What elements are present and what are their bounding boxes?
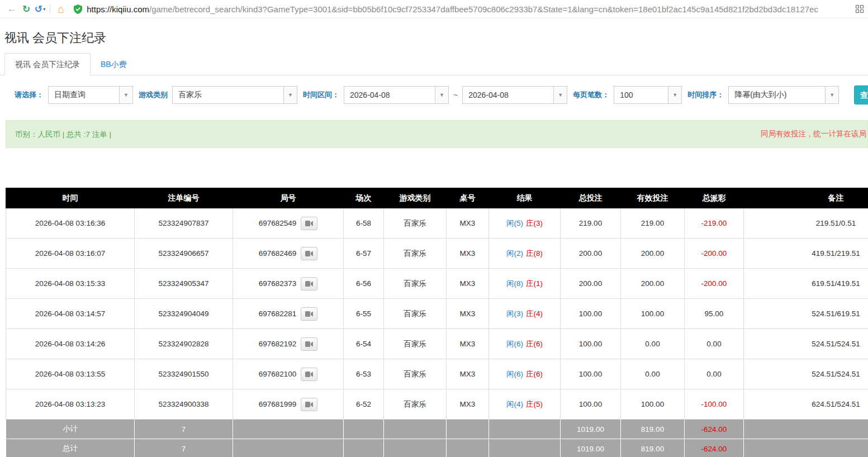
column-header: 局号 — [233, 188, 344, 208]
date-to-dropdown[interactable]: 2026-04-08 ▼ — [462, 86, 567, 104]
home-button[interactable]: ⌂ — [54, 3, 68, 16]
cell-game-type: 百家乐 — [384, 269, 447, 299]
footer-empty — [447, 439, 489, 457]
date-from-value: 2026-04-08 — [344, 91, 435, 99]
bet-record-row: 2026-04-08 03:13:55523324901550697682100… — [6, 359, 868, 389]
bet-records-table: 时间注单编号局号场次游戏类别桌号结果总投注有效投注总派彩备注 2026-04-0… — [6, 188, 868, 457]
filter-bar: 请选择： 日期查询 ▼ 游戏类别 百家乐 ▼ 时间区间： 2026-04-08 … — [0, 85, 868, 104]
cell-note: 419.51/219.51 — [744, 239, 868, 269]
column-header: 结果 — [489, 188, 561, 208]
cell-valid-bet: 219.00 — [621, 208, 685, 239]
column-header: 游戏类别 — [384, 188, 447, 208]
cell-table-no: MX3 — [447, 269, 489, 299]
cell-result: 闲(5)庄(3) — [489, 208, 561, 239]
bet-record-row: 2026-04-08 03:14:26523324902828697682192… — [6, 329, 868, 359]
cell-total-bet[interactable]: 200.00 — [561, 239, 621, 269]
time-sort-dropdown[interactable]: 降幂(由大到小) ▼ — [728, 86, 839, 104]
extensions-grid-icon[interactable] — [856, 5, 864, 13]
footer-valid-bet: 819.00 — [621, 420, 685, 439]
video-replay-button[interactable] — [301, 307, 317, 321]
cell-round-id: 697682100 — [233, 359, 344, 389]
tab-bar: 视讯 会员下注纪录 BB小费 — [0, 53, 868, 75]
cell-result: 闲(2)庄(8) — [489, 239, 561, 269]
cell-table-no: MX3 — [447, 208, 489, 239]
table-header-row: 时间注单编号局号场次游戏类别桌号结果总投注有效投注总派彩备注 — [6, 188, 868, 208]
footer-empty — [344, 439, 384, 457]
footer-empty — [233, 439, 344, 457]
footer-valid-bet: 819.00 — [621, 439, 685, 457]
query-mode-dropdown[interactable]: 日期查询 ▼ — [48, 86, 133, 104]
cell-round-id: 697682373 — [233, 269, 344, 299]
url-path: /game/betrecord_search/kind3?GameType=30… — [149, 4, 818, 14]
cell-valid-bet: 100.00 — [621, 299, 685, 329]
cell-time: 2026-04-08 03:15:33 — [6, 269, 135, 299]
cell-payout: 0.00 — [685, 359, 744, 389]
cell-session: 6-52 — [344, 389, 384, 420]
footer-total-bet: 1019.00 — [561, 420, 621, 439]
footer-empty — [384, 420, 447, 439]
time-sort-value: 降幂(由大到小) — [729, 90, 825, 100]
cell-game-type: 百家乐 — [384, 359, 447, 389]
cell-total-bet[interactable]: 100.00 — [561, 359, 621, 389]
game-type-dropdown[interactable]: 百家乐 ▼ — [172, 86, 297, 104]
round-id-text: 697681999 — [259, 399, 297, 408]
tab-bet-records[interactable]: 视讯 会员下注纪录 — [4, 53, 91, 75]
address-bar[interactable]: https://kiqiiu.com/game/betrecord_search… — [74, 4, 851, 14]
security-shield-icon — [74, 4, 82, 14]
cell-valid-bet: 200.00 — [621, 269, 685, 299]
cell-time: 2026-04-08 03:14:57 — [6, 299, 135, 329]
video-replay-button[interactable] — [301, 368, 317, 381]
search-button[interactable]: 查询 — [854, 85, 868, 104]
video-replay-button[interactable] — [301, 277, 317, 291]
video-replay-button[interactable] — [301, 398, 317, 411]
per-page-dropdown[interactable]: 100 ▼ — [614, 86, 682, 104]
cell-total-bet[interactable]: 100.00 — [561, 389, 621, 420]
cell-time: 2026-04-08 03:13:55 — [6, 359, 135, 389]
cell-session: 6-58 — [344, 208, 384, 239]
column-header: 有效投注 — [621, 188, 685, 208]
bet-record-row: 2026-04-08 03:15:33523324905347697682373… — [6, 269, 868, 299]
video-replay-button[interactable] — [301, 247, 317, 260]
cell-note: 219.51/0.51 — [744, 208, 868, 239]
result-banker: 庄(3) — [526, 219, 543, 227]
footer-count: 7 — [135, 420, 233, 439]
cell-total-bet[interactable]: 100.00 — [561, 299, 621, 329]
chevron-down-icon: ▼ — [435, 87, 448, 103]
tab-bb-tips[interactable]: BB小费 — [91, 54, 137, 75]
footer-empty — [384, 439, 447, 457]
cell-result: 闲(3)庄(4) — [489, 299, 561, 329]
cell-table-no: MX3 — [447, 299, 489, 329]
cell-table-no: MX3 — [447, 239, 489, 269]
per-page-label: 每页笔数： — [573, 90, 609, 100]
footer-payout: -624.00 — [685, 439, 744, 457]
result-player: 闲(6) — [506, 340, 523, 348]
cell-round-id: 697681999 — [233, 389, 344, 420]
back-button[interactable]: ← — [4, 3, 19, 15]
video-replay-button[interactable] — [301, 337, 317, 351]
cell-session: 6-54 — [344, 329, 384, 359]
bet-record-row: 2026-04-08 03:16:36523324907837697682549… — [6, 208, 868, 239]
subtotal-row: 小计71019.00819.00-624.00 — [6, 420, 868, 439]
per-page-value: 100 — [614, 91, 668, 99]
cell-payout: -100.00 — [685, 389, 744, 420]
footer-empty — [447, 420, 489, 439]
cell-total-bet[interactable]: 200.00 — [561, 269, 621, 299]
cell-session: 6-55 — [344, 299, 384, 329]
video-replay-button[interactable] — [301, 217, 317, 230]
game-type-value: 百家乐 — [173, 90, 283, 100]
cell-payout: -219.00 — [685, 208, 744, 239]
cell-bet-id: 523324900338 — [135, 389, 233, 420]
bet-record-row: 2026-04-08 03:14:57523324904049697682281… — [6, 299, 868, 329]
cell-note: 619.51/419.51 — [744, 269, 868, 299]
chevron-down-icon: ▼ — [825, 87, 838, 103]
undo-button[interactable]: ↺ ▾ — [35, 3, 45, 15]
cell-round-id: 697682192 — [233, 329, 344, 359]
cell-total-bet[interactable]: 100.00 — [561, 329, 621, 359]
chevron-down-icon: ▼ — [119, 87, 132, 103]
result-banker: 庄(4) — [526, 310, 543, 318]
date-from-dropdown[interactable]: 2026-04-08 ▼ — [344, 86, 449, 104]
cell-table-no: MX3 — [447, 389, 489, 420]
cell-total-bet[interactable]: 219.00 — [561, 208, 621, 239]
reload-button[interactable]: ↻ — [19, 3, 34, 15]
result-player: 闲(3) — [506, 310, 523, 318]
